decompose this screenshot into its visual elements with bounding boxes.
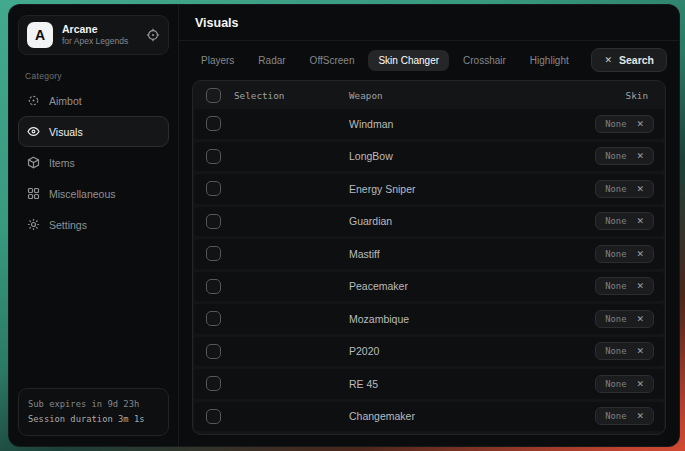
sidebar-item-label: Settings bbox=[49, 219, 87, 231]
weapon-name: Peacemaker bbox=[349, 280, 554, 292]
clear-skin-icon[interactable]: ✕ bbox=[636, 184, 644, 194]
table-row: Mastiff None ✕ bbox=[194, 239, 664, 269]
skin-select-button[interactable]: None ✕ bbox=[595, 310, 654, 328]
row-checkbox[interactable] bbox=[206, 344, 221, 359]
tab-players[interactable]: Players bbox=[191, 50, 244, 71]
app-title: Arcane bbox=[62, 23, 137, 36]
weapon-name: Guardian bbox=[349, 215, 554, 227]
weapon-name: RE 45 bbox=[349, 378, 554, 390]
tab-radar[interactable]: Radar bbox=[248, 50, 295, 71]
target-icon[interactable] bbox=[146, 28, 160, 42]
table-row: Windman None ✕ bbox=[194, 109, 664, 139]
row-checkbox[interactable] bbox=[206, 409, 221, 424]
row-checkbox[interactable] bbox=[206, 214, 221, 229]
items-box-icon bbox=[27, 156, 40, 169]
skin-select-button[interactable]: None ✕ bbox=[595, 147, 654, 165]
tab-skin-changer[interactable]: Skin Changer bbox=[368, 50, 449, 71]
skin-value: None bbox=[605, 249, 626, 259]
sidebar: A Arcane for Apex Legends Category bbox=[9, 5, 179, 446]
header-skin: Skin bbox=[554, 90, 664, 101]
misc-grid-icon bbox=[27, 187, 40, 200]
header-selection: Selection bbox=[234, 90, 349, 101]
skin-value: None bbox=[605, 314, 626, 324]
row-checkbox[interactable] bbox=[206, 181, 221, 196]
skin-select-button[interactable]: None ✕ bbox=[595, 277, 654, 295]
table-row: Peacemaker None ✕ bbox=[194, 272, 664, 302]
skin-value: None bbox=[605, 411, 626, 421]
tab-offscreen[interactable]: OffScreen bbox=[300, 50, 365, 71]
weapon-name: Changemaker bbox=[349, 410, 554, 422]
search-button-label: Search bbox=[619, 54, 654, 66]
search-button[interactable]: ✕ Search bbox=[591, 48, 667, 72]
clear-skin-icon[interactable]: ✕ bbox=[636, 314, 644, 324]
clear-skin-icon[interactable]: ✕ bbox=[636, 216, 644, 226]
skin-value: None bbox=[605, 119, 626, 129]
sidebar-item-label: Miscellaneous bbox=[49, 188, 116, 200]
skin-value: None bbox=[605, 379, 626, 389]
row-checkbox[interactable] bbox=[206, 149, 221, 164]
weapon-name: Mozambique bbox=[349, 313, 554, 325]
tab-bar: Players Radar OffScreen Skin Changer Cro… bbox=[179, 41, 679, 78]
sidebar-item-items[interactable]: Items bbox=[18, 147, 169, 178]
weapon-name: Energy Sniper bbox=[349, 183, 554, 195]
skin-select-button[interactable]: None ✕ bbox=[595, 375, 654, 393]
app-logo: A bbox=[27, 22, 53, 48]
row-checkbox[interactable] bbox=[206, 376, 221, 391]
skin-value: None bbox=[605, 151, 626, 161]
skin-select-button[interactable]: None ✕ bbox=[595, 245, 654, 263]
row-checkbox[interactable] bbox=[206, 246, 221, 261]
skin-select-button[interactable]: None ✕ bbox=[595, 212, 654, 230]
settings-gear-icon bbox=[27, 218, 40, 231]
clear-skin-icon[interactable]: ✕ bbox=[636, 379, 644, 389]
aimbot-crosshair-icon bbox=[27, 94, 40, 107]
table-body: Windman None ✕ LongBow None ✕ bbox=[194, 109, 664, 431]
sidebar-item-label: Visuals bbox=[49, 126, 83, 138]
clear-skin-icon[interactable]: ✕ bbox=[636, 346, 644, 356]
table-row: LongBow None ✕ bbox=[194, 142, 664, 172]
weapon-name: P2020 bbox=[349, 345, 554, 357]
clear-skin-icon[interactable]: ✕ bbox=[636, 411, 644, 421]
table-row: Mozambique None ✕ bbox=[194, 304, 664, 334]
sidebar-item-label: Aimbot bbox=[49, 95, 82, 107]
weapon-name: LongBow bbox=[349, 150, 554, 162]
table-row: Changemaker None ✕ bbox=[194, 402, 664, 432]
table-row: Energy Sniper None ✕ bbox=[194, 174, 664, 204]
visuals-eye-icon bbox=[27, 125, 40, 138]
tab-highlight[interactable]: Highlight bbox=[520, 50, 579, 71]
sidebar-item-aimbot[interactable]: Aimbot bbox=[18, 85, 169, 116]
row-checkbox[interactable] bbox=[206, 279, 221, 294]
skin-value: None bbox=[605, 346, 626, 356]
app-subtitle: for Apex Legends bbox=[62, 36, 137, 47]
weapon-name: Windman bbox=[349, 118, 554, 130]
weapon-name: Mastiff bbox=[349, 248, 554, 260]
row-checkbox[interactable] bbox=[206, 311, 221, 326]
session-duration-text: Session duration 3m 1s bbox=[28, 412, 159, 427]
select-all-checkbox[interactable] bbox=[206, 88, 221, 103]
sidebar-nav: Aimbot Visuals Items bbox=[18, 85, 169, 240]
skin-value: None bbox=[605, 281, 626, 291]
skin-select-button[interactable]: None ✕ bbox=[595, 342, 654, 360]
tab-crosshair[interactable]: Crosshair bbox=[453, 50, 516, 71]
sidebar-item-visuals[interactable]: Visuals bbox=[18, 116, 169, 147]
table-row: Guardian None ✕ bbox=[194, 207, 664, 237]
skin-value: None bbox=[605, 184, 626, 194]
app-window: A Arcane for Apex Legends Category bbox=[8, 4, 680, 447]
clear-skin-icon[interactable]: ✕ bbox=[636, 119, 644, 129]
category-label: Category bbox=[25, 71, 169, 81]
brand-card: A Arcane for Apex Legends bbox=[18, 15, 169, 55]
main-header: Visuals bbox=[179, 5, 679, 41]
clear-skin-icon[interactable]: ✕ bbox=[636, 151, 644, 161]
sidebar-item-miscellaneous[interactable]: Miscellaneous bbox=[18, 178, 169, 209]
clear-skin-icon[interactable]: ✕ bbox=[636, 281, 644, 291]
row-checkbox[interactable] bbox=[206, 116, 221, 131]
sub-expiry-text: Sub expires in 9d 23h bbox=[28, 397, 159, 412]
clear-skin-icon[interactable]: ✕ bbox=[636, 249, 644, 259]
search-icon: ✕ bbox=[604, 55, 612, 65]
skin-value: None bbox=[605, 216, 626, 226]
skin-select-button[interactable]: None ✕ bbox=[595, 407, 654, 425]
main-panel: Visuals Players Radar OffScreen Skin Cha… bbox=[179, 5, 679, 446]
skin-select-button[interactable]: None ✕ bbox=[595, 180, 654, 198]
sidebar-item-label: Items bbox=[49, 157, 75, 169]
skin-select-button[interactable]: None ✕ bbox=[595, 115, 654, 133]
sidebar-item-settings[interactable]: Settings bbox=[18, 209, 169, 240]
